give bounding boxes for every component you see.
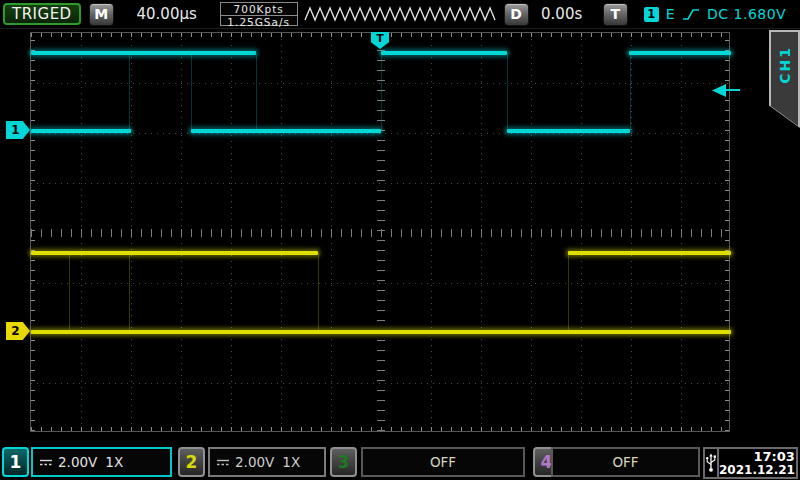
acquisition-info-box: 700Kpts 1.25GSa/s <box>220 2 298 26</box>
ch2-settings-box[interactable]: 2.00V 1X <box>208 447 326 477</box>
ch3-badge[interactable]: 3 <box>330 447 357 477</box>
ch2-scale: 2.00V <box>235 454 274 470</box>
trigger-detail-label: DC 1.680V <box>707 6 786 22</box>
timebase-readout: 40.00μs <box>114 5 220 23</box>
ch1-settings-box[interactable]: 2.00V 1X <box>31 447 172 477</box>
ch2-trace-segment <box>568 251 731 255</box>
ch1-transition-edge <box>256 53 257 131</box>
dc-coupling-icon <box>39 458 53 467</box>
ch1-transition-edge <box>191 53 192 131</box>
rising-edge-icon <box>682 8 700 21</box>
ch1-trace-segment <box>507 129 630 133</box>
trigger-type-label: E <box>666 6 675 22</box>
ch3-status-box[interactable]: OFF <box>361 447 525 477</box>
usb-icon <box>705 453 717 473</box>
ch1-badge[interactable]: 1 <box>2 447 29 477</box>
ch1-transition-edge <box>507 53 508 131</box>
ch3-status: OFF <box>430 454 456 470</box>
ch1-trace-segment <box>31 51 256 55</box>
sample-rate: 1.25GSa/s <box>221 16 297 28</box>
tab-ch1-menu[interactable]: CH1 <box>769 30 800 128</box>
menu-button[interactable]: M <box>89 3 114 26</box>
waveform-layer <box>31 33 729 431</box>
ch1-probe: 1X <box>105 454 123 470</box>
trigger-level-tail <box>725 89 740 91</box>
memory-depth: 700Kpts <box>221 3 297 16</box>
ch2-transition-edge <box>318 253 319 332</box>
ch1-trace-segment <box>191 129 381 133</box>
dc-coupling-icon <box>216 458 230 467</box>
ch1-transition-edge <box>381 53 382 131</box>
waveform-preview-icon <box>304 3 496 25</box>
oscilloscope-screen: TRIGED M 40.00μs 700Kpts 1.25GSa/s D 0.0… <box>0 0 800 480</box>
graticule <box>30 32 730 432</box>
ch2-trace-segment <box>31 330 731 334</box>
ch2-position-marker[interactable]: 2 <box>6 322 30 340</box>
system-info-box: 17:03 2021.12.21 <box>703 447 798 479</box>
ch4-status-box[interactable]: OFF <box>551 447 700 477</box>
ch1-position-marker[interactable]: 1 <box>6 121 30 139</box>
trigger-info: 1 E DC 1.680V <box>644 6 787 22</box>
ch2-badge[interactable]: 2 <box>178 447 205 477</box>
delay-readout: 0.00s <box>529 5 595 23</box>
clock-time: 17:03 <box>754 450 795 464</box>
tab-ch1-label: CH1 <box>777 46 793 84</box>
top-status-bar: TRIGED M 40.00μs 700Kpts 1.25GSa/s D 0.0… <box>0 0 800 29</box>
ch1-trace-segment <box>31 129 131 133</box>
ch2-trace-segment <box>31 251 318 255</box>
ch4-status: OFF <box>612 454 638 470</box>
clock: 17:03 2021.12.21 <box>719 449 798 477</box>
clock-date: 2021.12.21 <box>719 464 795 477</box>
ch1-transition-edge <box>129 53 130 131</box>
ch1-trace-segment <box>629 51 731 55</box>
bottom-channel-bar: 1 2.00V 1X 2 2.00V 1X 3 OFF 4 OFF <box>0 446 800 480</box>
ch1-scale: 2.00V <box>58 454 97 470</box>
trigger-status-badge: TRIGED <box>3 3 81 25</box>
ch2-transition-edge <box>129 253 130 332</box>
trigger-menu-button[interactable]: T <box>603 3 628 26</box>
ch1-trace-segment <box>381 51 507 55</box>
ch1-transition-edge <box>630 53 631 131</box>
trigger-source-badge: 1 <box>644 7 659 22</box>
ch2-transition-edge <box>568 253 569 332</box>
ch2-transition-edge <box>69 253 70 332</box>
ch2-probe: 1X <box>282 454 300 470</box>
usb-indicator <box>705 449 719 477</box>
tab-ch1-inner: CH1 <box>771 32 798 126</box>
delay-button[interactable]: D <box>504 3 529 26</box>
